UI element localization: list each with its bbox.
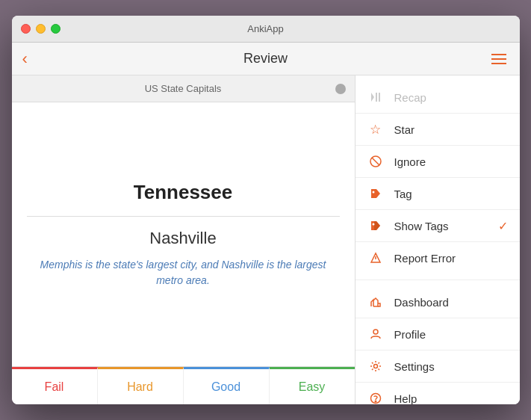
menu-item-label-star: Star: [394, 123, 508, 136]
card-hint: Memphis is the state's largest city, and…: [27, 257, 340, 288]
menu-item-recap[interactable]: Recap: [355, 81, 520, 113]
svg-point-5: [372, 191, 374, 194]
menu-item-label-tag: Tag: [394, 188, 508, 200]
fail-button[interactable]: Fail: [12, 367, 98, 404]
menu-section-1: Recap ☆ Star Ignore: [355, 75, 520, 280]
card-area: US State Capitals Tennessee Nashville Me…: [12, 75, 355, 404]
hamburger-menu-button[interactable]: [488, 51, 509, 67]
svg-point-6: [372, 223, 374, 226]
deck-name: US State Capitals: [145, 83, 222, 94]
star-icon: ☆: [367, 121, 384, 138]
good-button[interactable]: Good: [184, 367, 270, 404]
menu-item-help[interactable]: Help: [355, 383, 520, 404]
minimize-button[interactable]: [36, 24, 46, 34]
maximize-button[interactable]: [51, 24, 60, 34]
menu-item-ignore[interactable]: Ignore: [355, 146, 520, 177]
profile-icon: [367, 326, 384, 342]
easy-button[interactable]: Easy: [270, 367, 355, 404]
svg-rect-1: [376, 93, 377, 102]
menu-line-2: [491, 58, 506, 60]
app-window: AnkiApp ‹ Review US State Capitals Tenne…: [12, 16, 520, 404]
menu-item-label-recap: Recap: [394, 91, 508, 104]
tag-icon: [367, 185, 384, 202]
settings-icon: [367, 358, 384, 374]
title-bar: AnkiApp: [12, 16, 520, 43]
svg-point-9: [373, 365, 377, 368]
menu-item-label-settings: Settings: [394, 360, 508, 373]
card-divider: [27, 216, 340, 217]
menu-item-label-dashboard: Dashboard: [394, 296, 508, 309]
menu-item-report-error[interactable]: Report Error: [355, 242, 520, 274]
sidebar-menu: Recap ☆ Star Ignore: [355, 75, 520, 404]
svg-point-8: [373, 330, 378, 334]
menu-item-tag[interactable]: Tag: [355, 178, 520, 209]
menu-line-1: [491, 54, 506, 55]
svg-marker-0: [371, 93, 374, 102]
svg-line-4: [372, 158, 379, 165]
menu-item-label-ignore: Ignore: [394, 155, 508, 168]
header: ‹ Review: [12, 43, 520, 75]
menu-item-profile[interactable]: Profile: [355, 318, 520, 350]
card-question: Tennessee: [134, 181, 232, 204]
card-content: Tennessee Nashville Memphis is the state…: [12, 102, 355, 366]
menu-section-2: Dashboard Profile: [355, 280, 520, 404]
window-title: AnkiApp: [247, 23, 283, 34]
menu-item-dashboard[interactable]: Dashboard: [355, 286, 520, 318]
back-button[interactable]: ‹: [22, 51, 28, 67]
page-title: Review: [243, 51, 288, 67]
dashboard-icon: [367, 294, 384, 310]
close-button[interactable]: [21, 24, 31, 34]
menu-line-3: [491, 63, 506, 64]
show-tags-icon: [367, 217, 384, 234]
menu-item-star[interactable]: ☆ Star: [355, 114, 520, 145]
answer-buttons: Fail Hard Good Easy: [12, 366, 355, 404]
svg-point-11: [375, 401, 376, 402]
deck-bar: US State Capitals: [12, 75, 355, 102]
report-error-icon: [367, 250, 384, 266]
menu-item-label-help: Help: [394, 392, 508, 405]
hard-button[interactable]: Hard: [98, 367, 184, 404]
deck-dot: [335, 84, 346, 94]
svg-rect-2: [379, 93, 380, 102]
menu-item-label-show-tags: Show Tags: [394, 220, 498, 232]
recap-icon: [367, 89, 384, 105]
ignore-icon: [367, 153, 384, 170]
menu-item-settings[interactable]: Settings: [355, 350, 520, 382]
menu-item-show-tags[interactable]: Show Tags ✓: [355, 210, 520, 241]
menu-item-label-report-error: Report Error: [394, 252, 508, 265]
traffic-lights: [21, 24, 60, 34]
card-answer: Nashville: [149, 229, 216, 248]
show-tags-check-icon: ✓: [498, 219, 508, 233]
menu-item-label-profile: Profile: [394, 328, 508, 341]
main-area: US State Capitals Tennessee Nashville Me…: [12, 75, 520, 404]
help-icon: [367, 390, 384, 404]
